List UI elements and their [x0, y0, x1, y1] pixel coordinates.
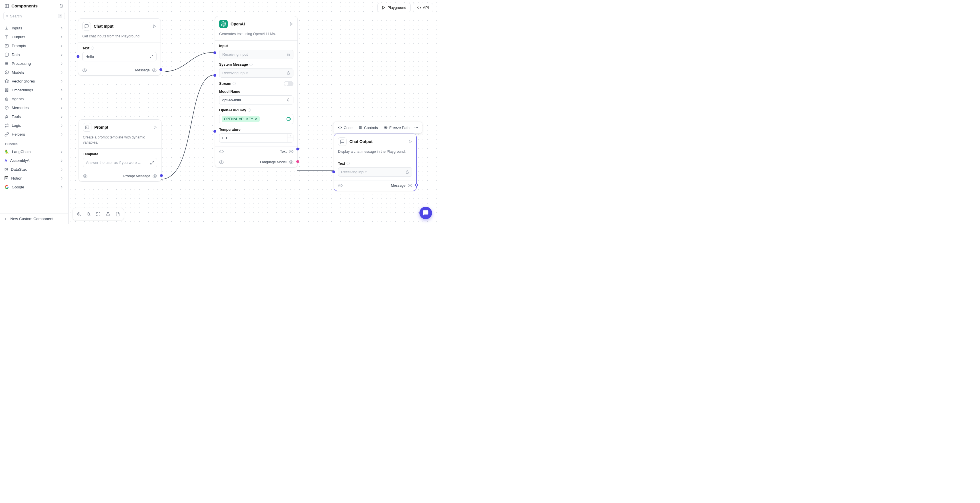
canvas-toolbar — [73, 208, 124, 221]
stream-toggle[interactable] — [284, 81, 293, 86]
sysmsg-field: Receiving input — [219, 68, 293, 78]
sidebar-item-embeddings[interactable]: Embeddings — [2, 86, 66, 95]
svg-line-29 — [152, 55, 153, 56]
text-input[interactable]: Hello — [82, 52, 157, 61]
sidebar-item-data[interactable]: Data — [2, 50, 66, 59]
svg-point-31 — [84, 70, 85, 71]
note-button[interactable] — [113, 209, 123, 219]
bundle-notion[interactable]: NNotion — [2, 174, 66, 183]
search-input[interactable]: / — [3, 12, 65, 20]
info-icon — [91, 46, 94, 50]
output-port[interactable] — [415, 184, 418, 186]
eye-icon[interactable] — [219, 160, 224, 164]
temperature-input[interactable]: 0.1+− — [219, 133, 293, 143]
terminal-icon — [83, 123, 91, 132]
eye-icon[interactable] — [82, 68, 87, 73]
sysmsg-port[interactable] — [213, 74, 216, 77]
node-chat-output[interactable]: Chat Output Display a chat message in th… — [334, 133, 417, 191]
eye-icon[interactable] — [289, 149, 293, 154]
svg-point-47 — [291, 162, 292, 163]
output-port[interactable] — [159, 68, 162, 71]
eye-icon[interactable] — [289, 160, 293, 164]
temp-up-button[interactable]: + — [288, 134, 293, 138]
bundle-google[interactable]: Google — [2, 183, 66, 192]
expand-icon[interactable] — [150, 54, 153, 59]
text-output-port[interactable] — [296, 148, 299, 151]
apikey-field[interactable]: OPENAI_API_KEY✕ — [219, 114, 293, 124]
bundle-langchain[interactable]: 🦜LangChain — [2, 147, 66, 156]
controls-button[interactable]: Controls — [355, 124, 380, 132]
more-button[interactable] — [412, 124, 420, 132]
sidebar-item-tools[interactable]: Tools — [2, 112, 66, 121]
output-port[interactable] — [160, 174, 163, 177]
node-prompt[interactable]: Prompt Create a prompt template with dyn… — [79, 119, 161, 182]
model-select[interactable]: gpt-4o-mini — [219, 95, 293, 105]
svg-point-61 — [409, 185, 410, 186]
play-icon[interactable] — [290, 22, 293, 26]
sidebar-title: Components — [11, 3, 38, 8]
apikey-port[interactable] — [213, 130, 216, 133]
svg-point-46 — [221, 162, 222, 163]
eye-icon[interactable] — [153, 174, 157, 178]
bundle-datastax[interactable]: DSDataStax — [2, 165, 66, 174]
play-icon[interactable] — [153, 24, 157, 28]
svg-point-56 — [416, 127, 417, 128]
sidebar-item-logic[interactable]: Logic — [2, 121, 66, 130]
lock-button[interactable] — [103, 209, 113, 219]
play-icon[interactable] — [153, 125, 157, 129]
topbar: Playground API — [377, 3, 433, 12]
search-shortcut: / — [58, 14, 62, 18]
new-custom-component-button[interactable]: New Custom Component — [0, 214, 68, 224]
eye-icon[interactable] — [152, 68, 157, 73]
svg-point-44 — [221, 151, 222, 152]
sidebar: Components / Inputs Outputs Prompts Data… — [0, 0, 68, 224]
eye-icon[interactable] — [83, 174, 88, 178]
sidebar-item-agents[interactable]: Agents — [2, 95, 66, 103]
sidebar-item-models[interactable]: Models — [2, 68, 66, 77]
globe-icon[interactable] — [286, 117, 291, 121]
remove-key-icon[interactable]: ✕ — [255, 117, 258, 121]
node-openai[interactable]: OpenAI Generates text using OpenAI LLMs.… — [215, 16, 298, 168]
sidebar-item-processing[interactable]: Processing — [2, 59, 66, 68]
sidebar-item-outputs[interactable]: Outputs — [2, 33, 66, 41]
input-port[interactable] — [213, 51, 216, 54]
node-context-bar: Code Controls Freeze Path — [333, 122, 422, 133]
input-port[interactable] — [76, 55, 80, 58]
zoom-in-button[interactable] — [74, 209, 84, 219]
template-input[interactable]: Answer the user as if you were a G — [83, 158, 157, 167]
sidebar-item-vector-stores[interactable]: Vector Stores — [2, 77, 66, 86]
svg-point-32 — [154, 70, 155, 71]
sidebar-item-prompts[interactable]: Prompts — [2, 41, 66, 50]
bundles-heading: Bundles — [2, 139, 66, 147]
expand-icon[interactable] — [150, 161, 154, 165]
svg-point-8 — [6, 15, 8, 17]
eye-icon[interactable] — [408, 183, 412, 188]
svg-rect-40 — [288, 54, 290, 56]
sidebar-item-inputs[interactable]: Inputs — [2, 24, 66, 33]
svg-rect-41 — [288, 73, 290, 74]
model-output-port[interactable] — [296, 160, 299, 163]
chevron-updown-icon — [286, 98, 290, 102]
zoom-out-button[interactable] — [84, 209, 94, 219]
svg-line-67 — [89, 215, 90, 216]
freeze-path-button[interactable]: Freeze Path — [381, 124, 412, 132]
play-icon[interactable] — [408, 140, 412, 144]
text-field: Receiving input — [338, 167, 412, 177]
bundle-assemblyai[interactable]: AAssemblyAI — [2, 156, 66, 165]
sidebar-item-memories[interactable]: Memories — [2, 103, 66, 112]
svg-marker-58 — [409, 140, 411, 143]
sidebar-item-helpers[interactable]: Helpers — [2, 130, 66, 139]
input-port[interactable] — [332, 170, 335, 173]
sliders-icon[interactable] — [59, 4, 64, 8]
node-chat-input[interactable]: Chat Input Get chat inputs from the Play… — [78, 18, 161, 76]
fit-view-button[interactable] — [94, 209, 103, 219]
input-field: Receiving input — [219, 50, 293, 59]
api-button[interactable]: API — [413, 3, 433, 12]
help-fab[interactable] — [419, 207, 432, 219]
temp-down-button[interactable]: − — [288, 138, 293, 142]
code-button[interactable]: Code — [335, 124, 355, 132]
canvas[interactable]: Playground API Chat Input Get chat input… — [68, 0, 437, 224]
playground-button[interactable]: Playground — [377, 3, 410, 12]
eye-icon[interactable] — [338, 183, 342, 188]
eye-icon[interactable] — [219, 149, 224, 154]
